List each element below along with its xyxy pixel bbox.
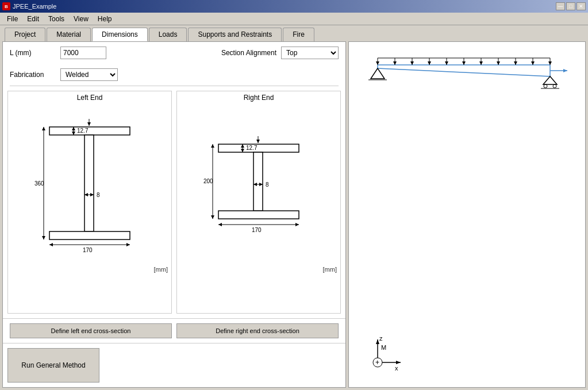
svg-marker-62 (497, 61, 500, 65)
minimize-button[interactable]: — (556, 2, 565, 10)
tab-supports-and-restraints[interactable]: Supports and Restraints (188, 28, 282, 41)
section-alignment-label: Section Alignment (221, 49, 276, 57)
cross-sections-area: Left End 12.7 (3, 86, 345, 318)
length-row: L (mm) Section Alignment Top Center Bott… (3, 42, 345, 64)
svg-text:+: + (375, 358, 379, 366)
coord-svg: z x + M (360, 334, 406, 374)
svg-marker-37 (218, 223, 222, 226)
length-input[interactable] (60, 47, 106, 59)
svg-marker-29 (211, 144, 214, 148)
svg-marker-58 (462, 61, 466, 65)
svg-marker-64 (514, 61, 517, 65)
svg-marker-9 (42, 236, 45, 240)
close-button[interactable]: ✕ (577, 2, 586, 10)
svg-marker-68 (548, 61, 552, 65)
svg-marker-60 (479, 61, 483, 65)
window-controls: — □ ✕ (556, 2, 586, 10)
bottom-buttons-row: Define left end cross-section Define rig… (3, 318, 345, 343)
svg-marker-50 (393, 61, 397, 65)
svg-text:200: 200 (203, 178, 213, 184)
menu-item-tools[interactable]: Tools (44, 14, 69, 24)
left-section-title: Left End (8, 91, 171, 104)
svg-marker-81 (396, 361, 401, 364)
svg-text:360: 360 (34, 180, 44, 187)
svg-marker-66 (531, 61, 535, 65)
beam-diagram-svg (360, 53, 567, 99)
define-right-button[interactable]: Define right end cross-section (176, 323, 339, 338)
app-icon: B (2, 2, 10, 10)
section-alignment-select[interactable]: Top Center Bottom (281, 47, 339, 59)
beam-diagram-area (349, 42, 585, 101)
svg-marker-17 (126, 243, 130, 246)
tab-material[interactable]: Material (47, 28, 91, 41)
svg-text:z: z (379, 335, 383, 342)
right-unit-label: [mm] (177, 265, 340, 274)
fabrication-label: Fabrication (10, 71, 56, 79)
svg-rect-2 (49, 231, 130, 240)
left-section-panel: Left End 12.7 (7, 91, 172, 314)
menu-item-edit[interactable]: Edit (22, 14, 44, 24)
svg-marker-30 (211, 215, 214, 219)
coord-system: z x + M (360, 334, 406, 376)
left-beam-svg: 12.7 360 8 (32, 110, 147, 259)
svg-text:12.7: 12.7 (246, 145, 258, 151)
right-beam-svg: 12.7 200 8 (201, 110, 316, 259)
tab-loads[interactable]: Loads (149, 28, 187, 41)
svg-text:170: 170 (252, 227, 262, 233)
svg-rect-0 (49, 127, 130, 135)
svg-text:8: 8 (97, 192, 100, 198)
svg-point-73 (553, 84, 556, 88)
svg-marker-41 (256, 140, 260, 143)
tab-bar: ProjectMaterialDimensionsLoadsSupports a… (0, 25, 588, 41)
fabrication-row: Fabrication Welded Rolled (3, 64, 345, 86)
svg-rect-22 (253, 152, 263, 211)
maximize-button[interactable]: □ (566, 2, 575, 10)
svg-marker-69 (371, 68, 385, 79)
window-title: JPEE_Example (13, 3, 56, 10)
svg-marker-38 (295, 223, 299, 226)
tab-fire[interactable]: Fire (283, 28, 314, 41)
svg-marker-16 (49, 243, 53, 246)
svg-text:M: M (381, 344, 386, 351)
svg-marker-54 (428, 61, 431, 65)
svg-text:8: 8 (266, 182, 269, 188)
left-panel: L (mm) Section Alignment Top Center Bott… (2, 41, 346, 388)
right-section-title: Right End (177, 91, 340, 104)
svg-marker-56 (445, 61, 448, 65)
menu-item-view[interactable]: View (69, 14, 93, 24)
svg-point-72 (544, 84, 547, 88)
svg-rect-1 (84, 135, 94, 231)
svg-marker-20 (87, 122, 91, 126)
run-button-area: Run General Method (3, 343, 345, 387)
svg-marker-76 (563, 69, 567, 72)
menu-item-help[interactable]: Help (93, 14, 117, 24)
svg-marker-71 (543, 76, 557, 84)
right-panel: z x + M (348, 41, 586, 388)
svg-text:x: x (395, 365, 398, 372)
run-general-method-button[interactable]: Run General Method (7, 348, 99, 383)
svg-rect-21 (218, 144, 299, 152)
menu-item-file[interactable]: File (2, 14, 22, 24)
svg-rect-23 (218, 211, 299, 219)
fabrication-select[interactable]: Welded Rolled (60, 68, 118, 81)
tab-project[interactable]: Project (5, 28, 45, 41)
svg-text:170: 170 (83, 247, 93, 253)
menu-bar: FileEditToolsViewHelp (0, 13, 588, 25)
define-left-button[interactable]: Define left end cross-section (10, 323, 172, 338)
right-section-canvas: 12.7 200 8 (177, 104, 340, 265)
svg-line-43 (378, 68, 550, 76)
title-bar: B JPEE_Example — □ ✕ (0, 0, 588, 13)
right-section-panel: Right End 12.7 (176, 91, 341, 314)
svg-marker-52 (410, 61, 414, 65)
length-label: L (mm) (10, 49, 56, 57)
left-section-canvas: 12.7 360 8 (8, 104, 171, 265)
main-content: L (mm) Section Alignment Top Center Bott… (0, 41, 588, 390)
svg-marker-48 (376, 61, 379, 65)
svg-text:12.7: 12.7 (77, 128, 89, 134)
tab-dimensions[interactable]: Dimensions (92, 28, 148, 41)
left-unit-label: [mm] (8, 265, 171, 274)
svg-marker-8 (42, 127, 45, 130)
